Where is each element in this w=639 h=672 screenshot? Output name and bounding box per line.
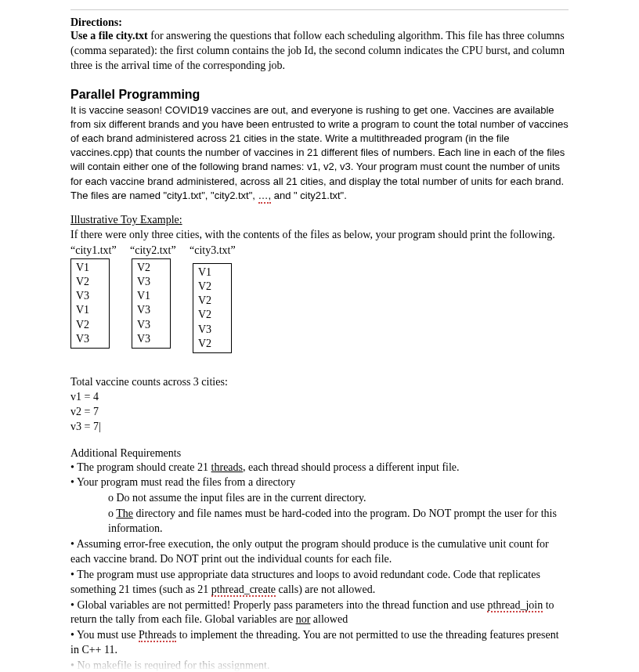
file2-line: V3 <box>137 275 165 289</box>
section-body-text-a: It is vaccine season! COVID19 vaccines a… <box>70 104 569 201</box>
directions-heading: Directions: <box>70 16 122 28</box>
totals-line: v2 = 7 <box>70 405 569 420</box>
file-labels-row: “city1.txt” “city2.txt” “city3.txt” <box>70 244 569 257</box>
file1-line: V2 <box>76 275 104 289</box>
file1-line: V1 <box>76 261 104 275</box>
file-box-3: V1 V2 V2 V2 V3 V2 <box>193 263 232 353</box>
file2-line: V3 <box>137 303 165 317</box>
file3-line: V2 <box>198 294 226 308</box>
req-2-o1: o Do not assume the input files are in t… <box>108 491 569 506</box>
additional-body: • The program should create 21 threads, … <box>70 461 569 672</box>
file-col-2: V2 V3 V1 V3 V3 V3 <box>132 258 171 349</box>
file3-line: V2 <box>198 337 226 351</box>
file-col-1: V1 V2 V3 V1 V2 V3 <box>70 258 110 349</box>
req-2: • Your program must read the files from … <box>70 475 569 490</box>
document-page: Directions: Use a file city.txt for answ… <box>0 0 639 672</box>
directions-block: Directions: Use a file city.txt for answ… <box>70 16 569 74</box>
file-boxes-row: V1 V2 V3 V1 V2 V3 V2 V3 V1 V3 V3 V3 V1 V… <box>70 258 569 353</box>
underlined-nor: nor <box>296 613 311 625</box>
section-title: Parallel Programming <box>70 88 569 102</box>
file1-line: V2 <box>76 318 104 332</box>
file1-line: V3 <box>76 332 104 346</box>
file3-line: V2 <box>198 280 226 294</box>
req-1: • The program should create 21 threads, … <box>70 461 569 475</box>
totals-line-cursor: v3 = 7 <box>70 420 569 435</box>
text-cursor-icon <box>99 421 101 432</box>
additional-heading: Additional Requirements <box>70 447 569 460</box>
file-label-1: “city1.txt” <box>70 244 124 257</box>
bottom-fade <box>0 661 639 672</box>
file2-line: V3 <box>137 332 165 346</box>
example-heading: Illustrative Toy Example: <box>70 214 569 226</box>
file1-line: V1 <box>76 303 104 317</box>
underlined-threads: threads, <box>211 461 246 473</box>
directions-body: Use a file city.txt for answering the qu… <box>70 29 569 74</box>
example-intro: If there were only three cities, with th… <box>70 228 569 243</box>
page-top-rule <box>70 9 569 10</box>
file-col-3: V1 V2 V2 V2 V3 V2 <box>193 263 232 353</box>
file-label-3: “city3.txt” <box>190 244 243 257</box>
file-box-2: V2 V3 V1 V3 V3 V3 <box>132 258 171 349</box>
spellcheck-pthread-join: pthread_join <box>487 599 543 612</box>
file-box-1: V1 V2 V3 V1 V2 V3 <box>70 258 110 349</box>
req-2-sub: o Do not assume the input files are in t… <box>70 491 569 537</box>
req-5: • Global variables are not permitted! Pr… <box>70 598 569 628</box>
section-body-text-b: and " city21.txt". <box>271 190 347 201</box>
file2-line: V2 <box>137 261 165 275</box>
req-4: • The program must use appropriate data … <box>70 568 569 598</box>
totals-block: Total vaccine counts across 3 cities: v1… <box>70 375 569 435</box>
file2-line: V1 <box>137 289 165 303</box>
req-6: • You must use Pthreads to implement the… <box>70 628 569 658</box>
ellipsis-underlined: …, <box>258 190 272 204</box>
file1-line: V3 <box>76 289 104 303</box>
file3-line: V1 <box>198 266 226 280</box>
totals-line: v1 = 4 <box>70 390 569 405</box>
section-body: It is vaccine season! COVID19 vaccines a… <box>70 103 569 203</box>
spellcheck-pthreads: Pthreads <box>139 629 176 642</box>
totals-heading: Total vaccine counts across 3 cities: <box>70 375 569 390</box>
req-2-o2: o The directory and file names must be h… <box>108 507 569 537</box>
file3-line: V2 <box>198 308 226 322</box>
file-label-2: “city2.txt” <box>130 244 183 257</box>
file2-line: V3 <box>137 318 165 332</box>
underlined-the: The <box>116 508 133 519</box>
file3-line: V3 <box>198 323 226 337</box>
req-3: • Assuming error-free execution, the onl… <box>70 537 569 567</box>
spellcheck-pthread-create: pthread_create <box>211 583 276 597</box>
